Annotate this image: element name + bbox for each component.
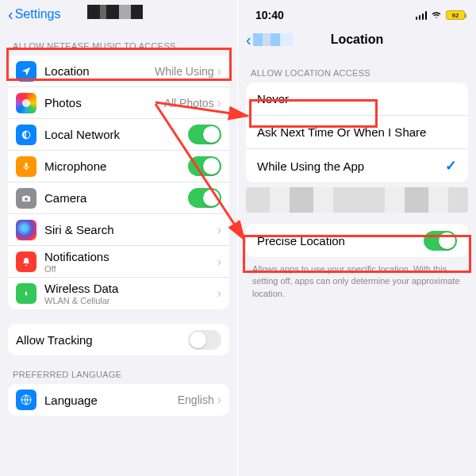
language-card: Language English › <box>8 384 229 416</box>
row-label: Local Network <box>44 128 188 141</box>
row-location[interactable]: Location While Using › <box>8 56 229 87</box>
option-never[interactable]: Never <box>246 83 468 116</box>
row-label: Siri & Search <box>44 223 217 236</box>
row-value: All Photos <box>164 97 214 109</box>
precise-card: Precise Location <box>246 224 468 257</box>
network-icon <box>16 125 36 145</box>
chevron-right-icon: › <box>217 64 221 79</box>
row-value: While Using <box>155 65 214 78</box>
toggle-tracking[interactable] <box>188 330 221 350</box>
row-camera[interactable]: Camera <box>8 182 229 214</box>
row-value: English <box>178 393 214 406</box>
location-options-card: Never Ask Next Time Or When I Share Whil… <box>246 83 468 182</box>
row-label: Language <box>44 393 178 407</box>
app-name-redacted <box>87 5 143 19</box>
section-allow-access: ALLOW NETEASE MUSIC TO ACCESS <box>0 27 237 56</box>
chevron-right-icon: › <box>217 393 221 407</box>
row-siri[interactable]: Siri & Search › <box>8 214 229 246</box>
option-label: Ask Next Time Or When I Share <box>257 125 457 139</box>
settings-app-screen: ‹ Settings ALLOW NETEASE MUSIC TO ACCESS… <box>0 0 238 476</box>
row-label: Microphone <box>44 159 188 173</box>
row-local-network[interactable]: Local Network <box>8 119 229 151</box>
row-allow-tracking[interactable]: Allow Tracking <box>8 324 229 355</box>
chevron-left-icon: ‹ <box>8 6 13 22</box>
row-notifications[interactable]: Notifications Off › <box>8 246 229 278</box>
row-label: Allow Tracking <box>16 333 188 347</box>
row-label: Notifications <box>44 250 217 263</box>
siri-icon <box>16 220 36 240</box>
location-settings-screen: 10:40 92 ‹ Location ALLOW LOCATION ACCES… <box>238 0 476 476</box>
wifi-icon <box>430 10 443 20</box>
photos-icon <box>16 93 36 113</box>
precise-footer: Allows apps to use your specific locatio… <box>238 257 476 306</box>
status-bar: 10:40 92 <box>238 0 476 25</box>
chevron-right-icon: › <box>217 286 221 301</box>
microphone-icon <box>16 156 36 177</box>
back-label: Settings <box>15 7 61 21</box>
checkmark-icon: ✓ <box>445 157 457 175</box>
row-language[interactable]: Language English › <box>8 384 229 416</box>
explanation-redacted <box>246 187 468 213</box>
cell-signal-icon <box>416 11 428 20</box>
toggle-camera[interactable] <box>188 188 221 208</box>
row-photos[interactable]: Photos All Photos › <box>8 87 229 119</box>
chevron-right-icon: › <box>217 223 221 237</box>
toggle-local-network[interactable] <box>188 125 221 144</box>
row-sublabel: Off <box>44 264 217 274</box>
row-precise[interactable]: Precise Location <box>246 224 468 257</box>
location-arrow-icon <box>16 61 36 82</box>
section-allow-location: ALLOW LOCATION ACCESS <box>238 54 476 83</box>
nav-bar: ‹ Location <box>238 25 476 54</box>
battery-icon: 92 <box>446 10 465 20</box>
bell-icon <box>16 251 36 272</box>
option-label: While Using the App <box>257 159 445 173</box>
row-microphone[interactable]: Microphone <box>8 151 229 182</box>
status-time: 10:40 <box>255 9 284 21</box>
chevron-right-icon: › <box>217 96 221 110</box>
back-label-redacted <box>253 33 293 46</box>
camera-icon <box>16 188 36 209</box>
option-label: Never <box>257 92 457 106</box>
back-button[interactable]: ‹ <box>246 31 251 49</box>
option-while-using[interactable]: While Using the App ✓ <box>246 149 468 182</box>
tracking-card: Allow Tracking <box>8 324 229 355</box>
globe-icon <box>16 390 36 410</box>
section-language: PREFERRED LANGUAGE <box>0 355 237 384</box>
row-label: Photos <box>44 96 164 109</box>
chevron-right-icon: › <box>217 255 221 269</box>
toggle-microphone[interactable] <box>188 156 221 176</box>
row-wireless[interactable]: Wireless Data WLAN & Cellular › <box>8 278 229 309</box>
row-label: Wireless Data <box>44 282 217 295</box>
row-label: Location <box>44 64 155 78</box>
option-ask[interactable]: Ask Next Time Or When I Share <box>246 116 468 149</box>
access-card: Location While Using › Photos All Photos… <box>8 56 229 309</box>
row-sublabel: WLAN & Cellular <box>44 296 217 305</box>
row-label: Camera <box>44 191 188 205</box>
toggle-precise[interactable] <box>424 231 457 251</box>
cell-data-icon <box>16 283 36 304</box>
row-label: Precise Location <box>257 234 424 248</box>
